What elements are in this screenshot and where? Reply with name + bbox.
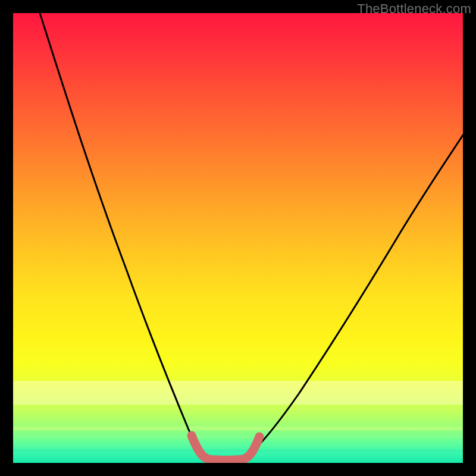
accent-segment: [192, 436, 259, 461]
curve-left: [40, 13, 199, 450]
bottleneck-curve: [13, 13, 463, 463]
chart-frame: TheBottleneck.com: [0, 0, 476, 476]
curve-right: [253, 135, 463, 450]
plot-area: [13, 13, 463, 463]
attribution-text: TheBottleneck.com: [357, 1, 471, 17]
